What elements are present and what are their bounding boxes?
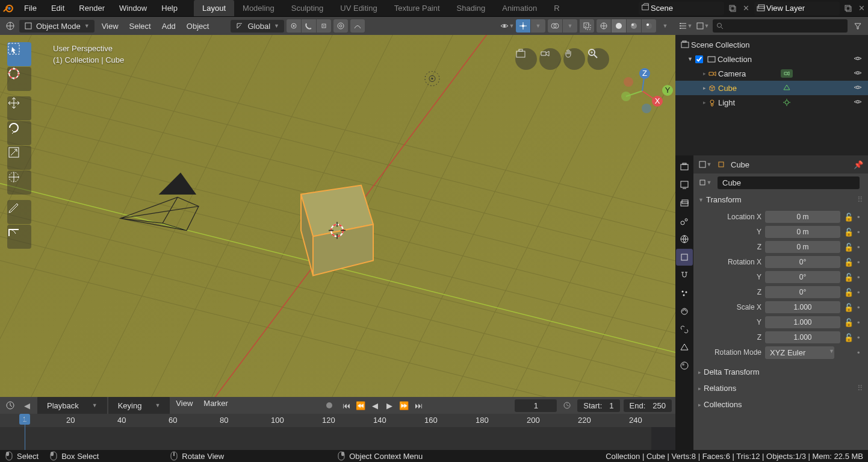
snap-to-icon[interactable] — [317, 19, 331, 33]
cube-object[interactable] — [301, 186, 373, 276]
tab-layout[interactable]: Layout — [194, 0, 234, 16]
prop-tab-particles[interactable] — [676, 285, 693, 302]
keyframe-next-icon[interactable]: ⏩ — [397, 399, 411, 412]
editor-type-icon[interactable] — [4, 19, 17, 33]
playback-menu[interactable]: Playback ▼ — [37, 396, 107, 415]
prop-tab-object[interactable] — [676, 249, 693, 266]
timeline-editor-icon[interactable] — [4, 399, 17, 412]
prop-tab-viewlayer[interactable] — [676, 195, 693, 211]
display-mode-icon[interactable]: ▼ — [696, 19, 709, 33]
pin-icon[interactable]: 📌 — [854, 160, 863, 169]
menu-file[interactable]: File — [17, 0, 44, 16]
prop-tab-output[interactable] — [676, 176, 693, 193]
proportional-falloff-icon[interactable] — [350, 19, 365, 33]
scale-z[interactable]: 1.000 — [765, 331, 840, 343]
camera-data-icon[interactable] — [781, 69, 793, 78]
proportional-icon[interactable] — [333, 19, 348, 33]
close-scene-icon[interactable]: ✕ — [739, 2, 752, 15]
end-frame[interactable]: End:250 — [624, 399, 672, 412]
measure-tool[interactable] — [7, 225, 31, 249]
filter-icon[interactable] — [851, 19, 864, 33]
rotate-tool[interactable] — [7, 121, 31, 145]
mode-selector[interactable]: Object Mode ▼ — [19, 20, 95, 33]
jump-start-icon[interactable]: ⏮ — [339, 399, 353, 412]
tab-uv[interactable]: UV Editing — [332, 0, 385, 16]
lock-icon[interactable]: 🔓 — [844, 243, 854, 252]
xray-icon[interactable] — [580, 19, 594, 33]
shading-solid-icon[interactable] — [612, 19, 626, 33]
move-tool[interactable] — [7, 96, 31, 120]
outliner-search[interactable] — [713, 19, 848, 33]
timeline-track[interactable]: 1 20 40 60 80 100 120 140 160 180 200 22… — [0, 414, 675, 450]
menu-help[interactable]: Help — [154, 0, 185, 16]
menu-window[interactable]: Window — [112, 0, 154, 16]
prop-tab-physics[interactable] — [676, 303, 693, 320]
mesh-data-icon[interactable] — [781, 84, 793, 92]
scale-tool[interactable] — [7, 146, 31, 170]
zoom-view-icon[interactable] — [587, 48, 609, 70]
visibility-icon[interactable] — [851, 68, 864, 80]
select-menu[interactable]: Select — [125, 19, 156, 33]
autokey-icon[interactable] — [323, 399, 336, 412]
rotation-z[interactable]: 0° — [765, 286, 840, 298]
light-object[interactable] — [425, 72, 439, 86]
view-menu[interactable]: View — [97, 19, 123, 33]
marker-menu[interactable]: Marker — [199, 396, 232, 415]
object-menu[interactable]: Object — [182, 19, 214, 33]
annotate-tool[interactable] — [7, 200, 31, 224]
blender-logo-icon[interactable] — [0, 3, 17, 14]
play-icon[interactable]: ▶ — [383, 399, 396, 412]
transform-tool[interactable] — [7, 170, 31, 195]
camera-view-icon[interactable] — [515, 48, 537, 70]
lock-icon[interactable]: 🔓 — [844, 258, 854, 267]
prop-tab-constraints[interactable] — [676, 321, 693, 338]
orientation-selector[interactable]: Global ▼ — [231, 20, 284, 33]
shading-wireframe-icon[interactable] — [597, 19, 611, 33]
viewlayer-name-input[interactable] — [765, 2, 837, 14]
visibility-icon[interactable]: ▼ — [500, 19, 513, 33]
shading-material-icon[interactable] — [627, 19, 641, 33]
rotation-y[interactable]: 0° — [765, 271, 840, 283]
prop-tab-material[interactable] — [676, 357, 693, 374]
tab-shading[interactable]: Shading — [448, 0, 494, 16]
visibility-icon[interactable] — [851, 54, 864, 65]
datablock-icon[interactable]: ▼ — [698, 176, 711, 189]
rotation-mode-select[interactable]: XYZ Euler▼ — [765, 346, 834, 359]
drag-icon[interactable]: ⠿ — [857, 195, 863, 204]
timeline-back-icon[interactable]: ◀ — [20, 399, 34, 412]
rotation-x[interactable]: 0° — [765, 256, 840, 268]
snap-icon[interactable] — [302, 19, 316, 33]
scale-x[interactable]: 1.000 — [765, 301, 840, 313]
pan-view-icon[interactable] — [563, 48, 585, 70]
lock-icon[interactable]: 🔓 — [844, 273, 854, 282]
tree-item-light[interactable]: ▸ Light — [675, 95, 868, 110]
collection-checkbox[interactable] — [695, 55, 703, 63]
prop-tab-modifier[interactable] — [676, 267, 693, 284]
keyframe-prev-icon[interactable]: ⏪ — [354, 399, 367, 412]
panel-transform[interactable]: ▼ Transform ⠿ — [693, 192, 868, 208]
tab-modeling[interactable]: Modeling — [234, 0, 283, 16]
lock-icon[interactable]: 🔓 — [844, 228, 854, 237]
location-z[interactable]: 0 m — [765, 241, 840, 253]
visibility-icon[interactable] — [851, 97, 864, 108]
keying-menu[interactable]: Keying ▼ — [108, 396, 170, 415]
object-name-input[interactable]: Cube — [718, 176, 860, 189]
props-type-icon[interactable]: ▼ — [698, 158, 711, 171]
camera-object[interactable] — [120, 173, 199, 231]
lock-icon[interactable]: 🔓 — [844, 333, 854, 342]
tree-item-cube[interactable]: ▸ Cube — [675, 81, 868, 95]
viewlayer-selector[interactable] — [754, 2, 840, 15]
menu-render[interactable]: Render — [72, 0, 112, 16]
current-frame[interactable]: 1 — [515, 399, 557, 412]
overlay-toggle-icon[interactable] — [548, 19, 562, 33]
outliner-type-icon[interactable]: ▼ — [679, 19, 692, 33]
light-data-icon[interactable] — [781, 98, 793, 107]
panel-relations[interactable]: ▸Relations⠿ — [693, 380, 868, 396]
prop-tab-scene[interactable] — [676, 213, 693, 229]
navigation-gizmo[interactable]: X Y Z — [616, 65, 668, 117]
add-menu[interactable]: Add — [157, 19, 181, 33]
select-box-tool[interactable] — [7, 42, 31, 66]
tab-more[interactable]: R — [545, 0, 568, 16]
location-y[interactable]: 0 m — [765, 226, 840, 238]
lock-icon[interactable]: 🔓 — [844, 318, 854, 327]
